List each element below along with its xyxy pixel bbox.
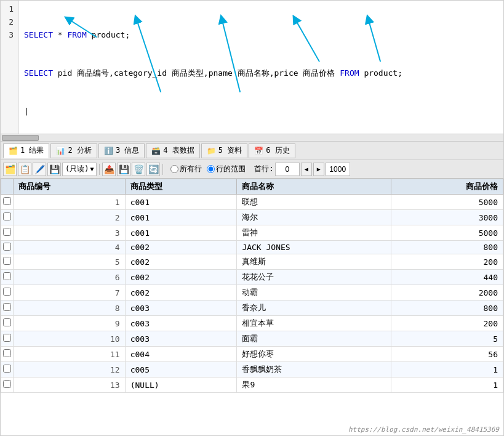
table-row[interactable]: 8c003香奈儿800 [1, 301, 503, 316]
limit-input[interactable] [326, 163, 350, 176]
cell-category: c002 [125, 270, 237, 285]
cell-price: 1 [391, 377, 503, 393]
table-row[interactable]: 4c002JACK JONES800 [1, 241, 503, 254]
cell-price: 3000 [391, 210, 503, 225]
cell-pid: 3 [14, 225, 126, 241]
table-row[interactable]: 10c003面霸5 [1, 331, 503, 347]
dropdown-icon: ▼ [90, 166, 94, 172]
cell-price: 800 [391, 301, 503, 316]
row-checkbox[interactable] [1, 301, 14, 316]
radio-all-rows[interactable]: 所有行 [170, 164, 202, 174]
table-row[interactable]: 2c001海尔3000 [1, 210, 503, 225]
row-checkbox[interactable] [1, 362, 14, 377]
data-table: 商品编号 商品类型 商品名称 商品价格 1c001联想50002c001海尔30… [1, 179, 503, 393]
tab-info-label: 3 信息 [116, 145, 139, 156]
row-checkbox[interactable] [1, 270, 14, 285]
tab-tabledata-label: 4 表数据 [163, 145, 194, 156]
sql-editor: 1 2 3 SELECT * FROM product; SELECT pid … [0, 0, 504, 142]
row-checkbox[interactable] [1, 241, 14, 254]
col-header-pid: 商品编号 [14, 179, 126, 195]
toolbar-btn-1[interactable]: 🗂️ [3, 163, 17, 176]
row-checkbox[interactable] [1, 210, 14, 225]
cell-pname: 果9 [237, 377, 391, 393]
toolbar-btn-save[interactable]: 💾 [117, 163, 130, 176]
table-row[interactable]: 1c001联想5000 [1, 195, 503, 210]
nav-next-btn[interactable]: ▶ [313, 163, 324, 176]
toolbar-separator-1 [99, 164, 100, 175]
toolbar-btn-2[interactable]: 📋 [18, 163, 31, 176]
cell-category: (NULL) [125, 377, 237, 393]
readonly-select[interactable]: (只读) ▼ [62, 163, 97, 176]
cell-pid: 13 [14, 377, 126, 393]
radio-all-label: 所有行 [180, 164, 202, 174]
col-header-price: 商品价格 [391, 179, 503, 195]
scrollbar-thumb[interactable] [2, 135, 39, 141]
tab-analysis-label: 2 分析 [68, 145, 91, 156]
cell-pid: 8 [14, 301, 126, 316]
cell-category: c005 [125, 362, 237, 377]
row-checkbox[interactable] [1, 377, 14, 393]
code-area[interactable]: SELECT * FROM product; SELECT pid 商品编号,c… [19, 1, 503, 134]
toolbar-btn-refresh[interactable]: 🔄 [146, 163, 160, 176]
cell-category: c001 [125, 210, 237, 225]
row-checkbox[interactable] [1, 316, 14, 331]
col-header-checkbox [1, 179, 14, 195]
cell-category: c001 [125, 225, 237, 241]
tab-results[interactable]: 🗂️ 1 结果 [3, 143, 49, 158]
cell-category: c002 [125, 285, 237, 301]
radio-row-range[interactable]: 行的范围 [207, 164, 246, 174]
radio-group: 所有行 行的范围 [170, 164, 246, 174]
row-checkbox[interactable] [1, 285, 14, 301]
cell-pname: 相宜本草 [237, 316, 391, 331]
cell-price: 200 [391, 254, 503, 270]
cell-price: 5000 [391, 225, 503, 241]
toolbar-btn-3[interactable]: 🖊️ [33, 163, 46, 176]
table-row[interactable]: 9c003相宜本草200 [1, 316, 503, 331]
cell-pname: 联想 [237, 195, 391, 210]
tab-tabledata-icon: 🗃️ [151, 147, 161, 155]
cell-pid: 4 [14, 241, 126, 254]
readonly-label: (只读) [65, 164, 89, 174]
tab-data[interactable]: 📁 5 资料 [201, 143, 247, 158]
row-checkbox[interactable] [1, 195, 14, 210]
tab-tabledata[interactable]: 🗃️ 4 表数据 [146, 143, 199, 158]
table-body: 1c001联想50002c001海尔30003c001雷神50004c002JA… [1, 195, 503, 393]
radio-all-input[interactable] [170, 165, 178, 173]
col-header-category: 商品类型 [125, 179, 237, 195]
table-row[interactable]: 3c001雷神5000 [1, 225, 503, 241]
toolbar-separator-2 [162, 164, 163, 175]
cell-pname: 香奈儿 [237, 301, 391, 316]
table-row[interactable]: 11c004好想你枣56 [1, 347, 503, 362]
cell-category: c003 [125, 331, 237, 347]
row-checkbox[interactable] [1, 254, 14, 270]
horizontal-scrollbar[interactable] [1, 134, 503, 141]
nav-prev-btn[interactable]: ◀ [301, 163, 312, 176]
toolbar-btn-5[interactable]: 📤 [102, 163, 116, 176]
cell-pid: 1 [14, 195, 126, 210]
cell-pid: 7 [14, 285, 126, 301]
tab-analysis[interactable]: 📊 2 分析 [50, 143, 97, 158]
radio-range-input[interactable] [207, 165, 215, 173]
tab-history[interactable]: 📅 6 历史 [249, 143, 295, 158]
table-row[interactable]: 12c005香飘飘奶茶1 [1, 362, 503, 377]
row-checkbox[interactable] [1, 347, 14, 362]
row-checkbox[interactable] [1, 331, 14, 347]
first-row-input[interactable] [275, 163, 300, 176]
toolbar-btn-delete[interactable]: 🗑️ [132, 163, 145, 176]
cell-pname: JACK JONES [237, 241, 391, 254]
cell-price: 5 [391, 331, 503, 347]
table-row[interactable]: 6c002花花公子440 [1, 270, 503, 285]
code-line-3[interactable]: | [24, 105, 498, 118]
data-table-container[interactable]: 商品编号 商品类型 商品名称 商品价格 1c001联想50002c001海尔30… [0, 179, 504, 436]
toolbar-btn-4[interactable]: 💾 [47, 163, 61, 176]
cell-category: c003 [125, 316, 237, 331]
cell-pname: 好想你枣 [237, 347, 391, 362]
tab-info[interactable]: ℹ️ 3 信息 [98, 143, 145, 158]
cell-pid: 5 [14, 254, 126, 270]
table-row[interactable]: 13(NULL)果91 [1, 377, 503, 393]
row-checkbox[interactable] [1, 225, 14, 241]
table-row[interactable]: 7c002动霸2000 [1, 285, 503, 301]
cell-price: 56 [391, 347, 503, 362]
table-row[interactable]: 5c002真维斯200 [1, 254, 503, 270]
tab-results-label: 1 结果 [20, 145, 44, 156]
